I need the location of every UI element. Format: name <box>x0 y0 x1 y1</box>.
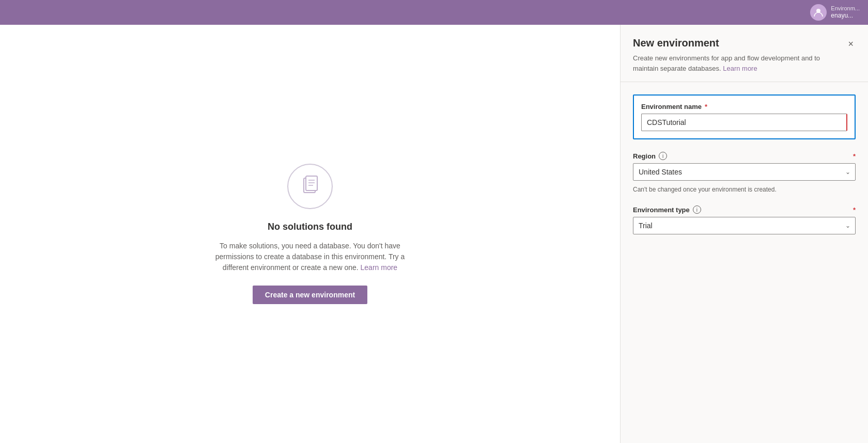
panel-body: Environment name * Region i * United Sta… <box>621 82 868 247</box>
user-avatar-icon <box>810 4 827 21</box>
env-type-required-star: * <box>853 206 856 214</box>
svg-rect-2 <box>306 176 317 191</box>
no-solutions-container: No solutions found To make solutions, yo… <box>202 164 419 304</box>
top-bar-right: Environm... enayu... <box>810 4 860 21</box>
panel-header: New environment Create new environments … <box>621 25 868 82</box>
panel-header-content: New environment Create new environments … <box>633 37 829 73</box>
left-content: No solutions found To make solutions, yo… <box>0 25 620 443</box>
panel-title: New environment <box>633 37 829 49</box>
env-name-input[interactable] <box>641 114 847 131</box>
env-name-section: Environment name * <box>633 94 856 139</box>
learn-more-main-link[interactable]: Learn more <box>361 263 398 272</box>
region-form-group: Region i * United States Europe Asia Aus… <box>633 152 856 193</box>
env-type-form-group: Environment type i * Trial Production Sa… <box>633 205 856 234</box>
user-info: Environm... enayu... <box>831 5 860 20</box>
env-type-label: Environment type i * <box>633 205 856 214</box>
panel-description: Create new environments for app and flow… <box>633 53 829 73</box>
no-solutions-description: To make solutions, you need a database. … <box>202 241 419 273</box>
user-email: enayu... <box>831 12 860 20</box>
env-name-label: Environment name * <box>641 103 847 110</box>
env-type-select-wrapper: Trial Production Sandbox ⌄ <box>633 217 856 234</box>
env-type-info-icon[interactable]: i <box>693 205 701 214</box>
region-label: Region i * <box>633 152 856 160</box>
env-type-select[interactable]: Trial Production Sandbox <box>633 217 856 234</box>
main-area: No solutions found To make solutions, yo… <box>0 25 868 443</box>
no-solutions-title: No solutions found <box>268 222 352 232</box>
region-required-star: * <box>853 152 856 160</box>
create-new-environment-button[interactable]: Create a new environment <box>253 286 367 304</box>
top-bar: Environm... enayu... <box>0 0 868 25</box>
panel-learn-more-link[interactable]: Learn more <box>723 65 757 72</box>
panel-close-button[interactable]: × <box>846 37 856 51</box>
region-select-wrapper: United States Europe Asia Australia Cana… <box>633 163 856 181</box>
no-solutions-icon <box>287 164 333 209</box>
region-select[interactable]: United States Europe Asia Australia Cana… <box>633 163 856 181</box>
env-label: Environm... <box>831 5 860 12</box>
env-name-form-group: Environment name * <box>641 103 847 131</box>
env-name-required-star: * <box>705 103 707 110</box>
new-environment-panel: New environment Create new environments … <box>620 25 868 443</box>
region-info-icon[interactable]: i <box>659 152 667 160</box>
region-note: Can't be changed once your environment i… <box>633 186 856 193</box>
